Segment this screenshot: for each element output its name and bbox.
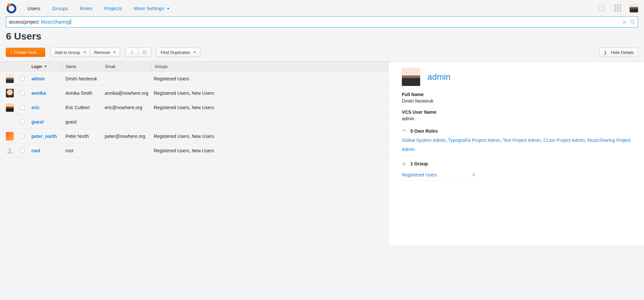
add-to-group-button[interactable]: Add to Group [50,48,90,57]
sort-desc-icon [44,66,47,67]
apps-grid-icon[interactable] [614,5,621,12]
detail-avatar [402,68,420,86]
user-login-link[interactable]: admin [31,76,45,81]
col-header-name[interactable]: Name [63,64,102,69]
detail-fullname-value: Dmitri Nesteruk [402,98,634,104]
table-row[interactable]: annika Annika Smith annika@nowhere.org R… [0,86,388,100]
caret-down-icon [113,52,116,53]
user-email: annika@nowhere.org [101,91,151,96]
main-nav: Users Groups Roles Projects More Setting… [27,6,170,11]
caret-down-icon [83,52,86,53]
nav-groups[interactable]: Groups [52,6,68,11]
table-row[interactable]: eric Eric Cutbert eric@nowhere.org Regis… [0,100,388,115]
svg-point-15 [405,163,406,164]
svg-point-1 [8,4,11,7]
user-email: peter@nowhere.org [101,134,151,139]
create-user-button[interactable]: + Create User… [6,48,45,57]
find-duplicates-label: Find Duplicates [161,50,190,55]
roles-section: 5 Own Roles Global System Admin, Typogra… [402,128,634,154]
col-header-groups[interactable]: Groups [152,64,388,69]
groups-section: 1 Group Registered Users ✕ [402,161,634,181]
user-email: eric@nowhere.org [101,105,151,110]
svg-line-10 [143,51,146,54]
col-header-email[interactable]: Email [102,64,151,69]
col-header-login[interactable]: Login [28,64,62,69]
row-checkbox[interactable] [21,120,25,124]
user-name: Peter North [62,134,101,139]
row-checkbox[interactable] [21,148,25,153]
user-name: guest [62,119,101,125]
roles-icon [402,128,407,134]
user-login-link[interactable]: guest [31,119,44,125]
svg-line-7 [634,23,635,24]
detail-vcs-value: admin [402,116,634,121]
nav-users[interactable]: Users [27,6,40,11]
avatar [6,132,14,141]
nav-more-settings-label: More Settings [134,6,164,11]
caret-down-icon [193,52,196,53]
detail-login-link[interactable]: admin [427,72,451,82]
search-prefix: access(project: [9,19,41,25]
user-login-link[interactable]: eric [31,105,40,110]
ban-button[interactable] [138,48,151,57]
svg-point-13 [405,129,406,130]
roles-title: 5 Own Roles [410,128,438,134]
nav-more-settings[interactable]: More Settings [134,6,170,11]
nav-roles[interactable]: Roles [80,6,92,11]
avatar [6,118,14,126]
toolbar: + Create User… Add to Group Remove Find … [0,46,644,61]
hide-details-button[interactable]: ❯ Hide Details [599,48,638,57]
user-login-link[interactable]: peter_north [31,134,57,139]
user-name: Dmitri Nesteruk [62,76,101,81]
svg-text:?: ? [601,6,603,10]
row-checkbox[interactable] [21,76,25,81]
row-checkbox[interactable] [21,134,25,138]
group-icon [402,161,407,166]
find-duplicates-button[interactable]: Find Duplicates [156,48,200,57]
top-bar: Users Groups Roles Projects More Setting… [0,0,644,16]
svg-point-12 [403,129,404,130]
chevron-right-icon: ❯ [603,50,607,55]
text-cursor [71,19,71,25]
row-checkbox[interactable] [21,105,25,109]
table-row[interactable]: admin Dmitri Nesteruk Registered Users [0,72,388,86]
app-logo[interactable] [6,3,17,14]
current-user-avatar[interactable] [630,4,638,12]
role-link[interactable]: TypograFix Project Admin [448,138,500,143]
role-link[interactable]: Test Project Admin [503,138,541,143]
groups-title: 1 Group [410,161,428,166]
svg-point-6 [631,20,634,23]
add-to-group-label: Add to Group [55,50,80,55]
role-link[interactable]: CLion Project Admin [543,138,585,143]
caret-down-icon [167,8,170,9]
search-icon[interactable] [630,19,635,25]
user-list: Login Name Email Groups admin Dmitri Nes… [0,62,389,245]
search-input[interactable]: access(project: MusicSharing) [6,16,638,27]
table-header: Login Name Email Groups [0,62,388,72]
avatar-placeholder-icon [6,146,14,155]
role-link[interactable]: Global System Admin [402,138,446,143]
clear-icon[interactable] [622,20,627,24]
page-title: 6 Users [6,31,638,42]
table-row[interactable]: root root Registered Users, New Users [0,143,388,158]
detail-fullname-label: Full Name [402,92,634,97]
user-login-link[interactable]: root [31,148,40,153]
group-link[interactable]: Registered Users [402,172,437,177]
nav-projects[interactable]: Projects [104,6,122,11]
details-panel: admin Full Name Dmitri Nesteruk VCS User… [389,62,644,245]
remove-button[interactable]: Remove [90,48,120,57]
avatar [6,75,14,83]
help-icon[interactable]: ? [598,5,605,12]
bulk-actions-group: Add to Group Remove [50,48,120,57]
user-login-link[interactable]: annika [31,91,46,96]
user-groups: Registered Users, New Users [151,134,388,139]
search-value: MusicSharing [41,19,69,25]
table-row[interactable]: guest guest [0,115,388,129]
table-row[interactable]: peter_north Peter North peter@nowhere.or… [0,129,388,143]
user-name: Annika Smith [62,91,101,96]
row-checkbox[interactable] [21,91,25,95]
remove-group-icon[interactable]: ✕ [471,171,477,179]
merge-button[interactable] [125,48,138,57]
user-groups: Registered Users [151,76,388,81]
user-name: root [62,148,101,153]
